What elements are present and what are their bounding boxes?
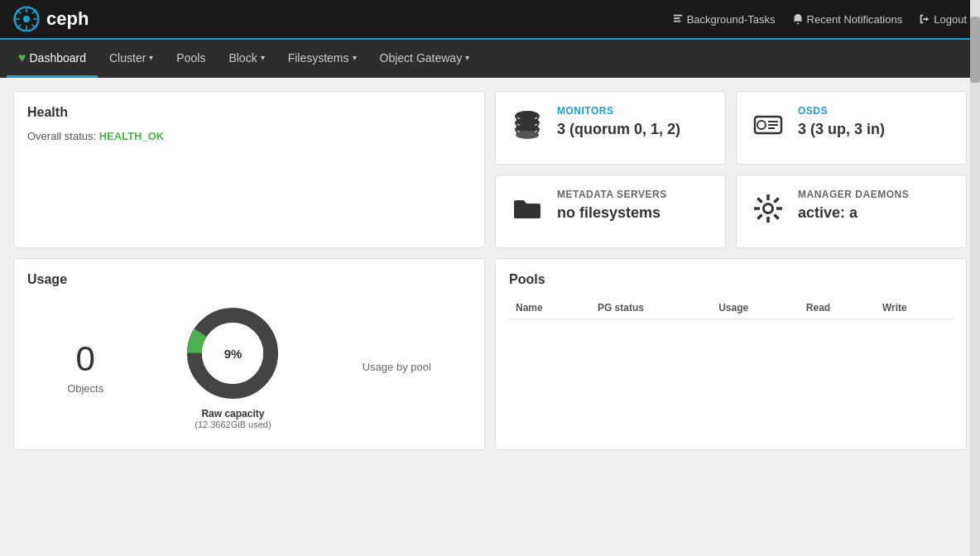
osds-icon	[750, 107, 786, 151]
col-usage: Usage	[712, 297, 800, 319]
logo: ceph	[13, 6, 89, 32]
logout-button[interactable]: Logout	[919, 13, 967, 26]
objects-label: Objects	[67, 382, 103, 395]
metadata-servers-label: METADATA SERVERS	[557, 189, 712, 200]
col-pg-status: PG status	[591, 297, 712, 319]
object-gateway-chevron-icon: ▾	[465, 53, 469, 62]
nav-pools[interactable]: Pools	[165, 40, 217, 78]
main-content: Health Overall status: HEALTH_OK	[0, 78, 980, 463]
dashboard-icon: ♥	[18, 50, 26, 65]
topbar-actions: Background-Tasks Recent Notifications Lo…	[672, 13, 967, 26]
osds-info: OSDS 3 (3 up, 3 in)	[798, 105, 953, 139]
usage-by-pool-section: Usage by pool	[363, 361, 431, 373]
usage-card: Usage 0 Objects	[13, 258, 485, 450]
donut-chart: 9%	[183, 304, 282, 403]
pools-card: Pools Name PG status Usage Read Write	[495, 258, 967, 450]
block-chevron-icon: ▾	[261, 53, 265, 62]
svg-rect-13	[796, 22, 799, 24]
background-tasks-button[interactable]: Background-Tasks	[672, 13, 776, 26]
filesystems-chevron-icon: ▾	[353, 53, 357, 62]
manager-daemons-info: MANAGER DAEMONS active: a	[798, 189, 953, 223]
objects-count: 0	[67, 339, 103, 379]
nav-dashboard[interactable]: ♥ Dashboard	[7, 40, 98, 78]
nav-filesystems[interactable]: Filesystems ▾	[276, 40, 368, 78]
pools-table: Name PG status Usage Read Write	[509, 297, 953, 319]
navbar: ♥ Dashboard Cluster ▾ Pools Block ▾ File…	[0, 40, 980, 78]
bell-icon	[792, 13, 804, 25]
donut-percent-text: 9%	[224, 347, 243, 361]
manager-daemons-label: MANAGER DAEMONS	[798, 189, 953, 200]
usage-title: Usage	[27, 272, 471, 287]
svg-point-19	[757, 121, 766, 129]
raw-capacity-sub: (12.3662GiB used)	[183, 419, 282, 429]
pools-title: Pools	[509, 272, 953, 287]
nav-cluster[interactable]: Cluster ▾	[98, 40, 165, 78]
health-status: Overall status: HEALTH_OK	[27, 130, 471, 142]
col-read: Read	[800, 297, 876, 319]
scrollbar[interactable]	[970, 0, 980, 463]
nav-object-gateway[interactable]: Object Gateway ▾	[368, 40, 482, 78]
col-name: Name	[509, 297, 591, 319]
monitors-value: 3 (quorum 0, 1, 2)	[557, 120, 712, 139]
col-write: Write	[876, 297, 953, 319]
health-card: Health Overall status: HEALTH_OK	[13, 91, 485, 248]
logout-icon	[919, 13, 930, 25]
svg-line-31	[775, 198, 779, 202]
metadata-servers-info: METADATA SERVERS no filesystems	[557, 189, 712, 223]
monitors-icon	[509, 107, 545, 151]
osds-label: OSDS	[798, 105, 953, 117]
logo-text: ceph	[46, 8, 89, 30]
svg-point-1	[23, 16, 30, 22]
folder-icon	[509, 190, 545, 234]
monitors-card[interactable]: MONITORS 3 (quorum 0, 1, 2)	[495, 91, 726, 165]
cluster-info-section: MONITORS 3 (quorum 0, 1, 2) OSDS 3 (3 up…	[495, 91, 967, 248]
cluster-chevron-icon: ▾	[149, 53, 153, 62]
manager-daemons-value: active: a	[798, 204, 953, 223]
svg-point-17	[516, 131, 539, 139]
gear-icon	[750, 190, 786, 234]
svg-line-29	[757, 198, 761, 202]
osds-card[interactable]: OSDS 3 (3 up, 3 in)	[736, 91, 967, 165]
svg-point-24	[765, 205, 771, 212]
svg-line-30	[775, 215, 779, 219]
usage-by-pool-label: Usage by pool	[363, 361, 431, 373]
objects-section: 0 Objects	[67, 339, 103, 395]
donut-section: 9% Raw capacity (12.3662GiB used)	[183, 304, 282, 429]
osds-value: 3 (3 up, 3 in)	[798, 120, 953, 139]
svg-rect-10	[673, 15, 682, 17]
raw-capacity-caption: Raw capacity (12.3662GiB used)	[183, 408, 282, 429]
scrollbar-thumb[interactable]	[970, 17, 980, 83]
svg-rect-12	[673, 21, 680, 22]
nav-block[interactable]: Block ▾	[217, 40, 276, 78]
usage-content: 0 Objects 9%	[27, 297, 471, 436]
tasks-icon	[672, 13, 684, 25]
monitors-label: MONITORS	[557, 105, 712, 117]
metadata-servers-value: no filesystems	[557, 204, 712, 223]
manager-daemons-card[interactable]: MANAGER DAEMONS active: a	[736, 175, 967, 248]
raw-capacity-label: Raw capacity	[183, 408, 282, 419]
topbar: ceph Background-Tasks Recent Notificatio…	[0, 0, 980, 40]
notifications-button[interactable]: Recent Notifications	[792, 13, 903, 26]
pools-table-header: Name PG status Usage Read Write	[509, 297, 953, 319]
metadata-servers-card[interactable]: METADATA SERVERS no filesystems	[495, 175, 726, 248]
health-ok-badge: HEALTH_OK	[99, 130, 164, 142]
ceph-logo-icon	[13, 6, 40, 32]
svg-rect-11	[673, 17, 680, 19]
monitors-info: MONITORS 3 (quorum 0, 1, 2)	[557, 105, 712, 139]
health-title: Health	[27, 105, 471, 120]
svg-line-32	[757, 215, 761, 219]
